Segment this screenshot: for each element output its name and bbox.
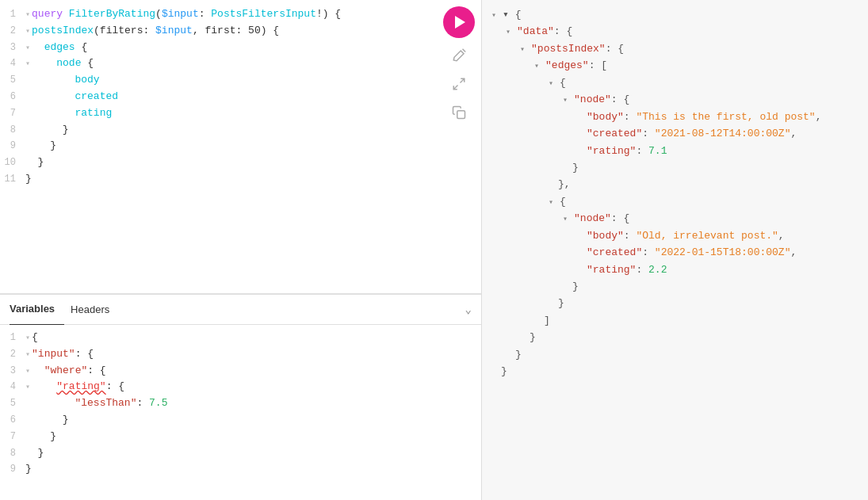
code-token: : {	[106, 379, 124, 395]
code-line: 6 created	[0, 89, 481, 105]
collapse-triangle[interactable]: ▾	[25, 9, 30, 21]
json-token: ,	[790, 244, 797, 261]
code-token: edges	[44, 40, 75, 56]
json-line: }	[491, 363, 858, 380]
tab-variables[interactable]: Variables	[10, 294, 64, 326]
collapse-triangle[interactable]: ▾	[25, 25, 30, 38]
json-token: : {	[611, 91, 629, 108]
collapse-triangle[interactable]: ▾	[25, 381, 30, 394]
line-number: 7	[0, 429, 25, 445]
line-number: 5	[0, 396, 25, 411]
json-line: }	[491, 159, 858, 176]
json-token: }	[572, 159, 579, 176]
json-collapse-triangle[interactable]: ▾	[534, 60, 544, 74]
code-token: "input"	[32, 346, 75, 363]
json-line: }	[491, 278, 858, 295]
json-token: 7.1	[648, 143, 667, 159]
toolbar	[443, 6, 475, 124]
json-token: }	[572, 278, 579, 295]
code-line: 5 "lessThan": 7.5	[0, 395, 481, 412]
code-line: 8 }	[0, 445, 481, 462]
json-token: "Old, irrelevant post."	[636, 227, 778, 244]
code-line: 2▾"input": {	[0, 346, 481, 363]
json-token: "postsIndex"	[531, 40, 606, 57]
json-token: "node"	[574, 210, 611, 227]
code-token: , first: 50) {	[193, 23, 279, 40]
json-token: ▾ {	[503, 6, 521, 23]
tab-headers[interactable]: Headers	[71, 295, 119, 325]
indent	[25, 429, 50, 445]
json-collapse-triangle[interactable]: ▾	[520, 44, 530, 57]
variables-code-block: 1▾{2▾"input": {3▾ "where": {4▾ "rating":…	[0, 330, 481, 478]
code-token: $input	[162, 6, 199, 23]
indent	[25, 122, 63, 139]
copy-icon[interactable]	[448, 101, 470, 124]
json-line: ▾ "edges": [	[491, 57, 858, 74]
var-tabs-bar: Variables Headers ⌄	[0, 295, 481, 325]
code-line: 5 body	[0, 72, 481, 89]
code-line: 6 }	[0, 412, 481, 429]
code-token: {	[32, 330, 38, 346]
code-token: "where"	[44, 363, 88, 380]
json-token: "This is the first, old post"	[636, 109, 815, 125]
json-token: "body"	[587, 109, 624, 125]
run-button[interactable]	[443, 6, 475, 38]
chevron-down-icon[interactable]: ⌄	[465, 303, 472, 316]
line-number: 7	[0, 106, 25, 121]
json-token: {	[560, 193, 566, 210]
code-token: : {	[75, 346, 94, 363]
query-code-block: 1▾query FilterByRating($input: PostsFilt…	[0, 6, 481, 188]
line-number: 6	[0, 413, 25, 428]
json-collapse-triangle[interactable]: ▾	[491, 10, 501, 23]
code-line: 4▾ "rating": {	[0, 379, 481, 395]
line-number: 6	[0, 90, 25, 105]
code-token: (	[155, 6, 162, 23]
json-line: }	[491, 295, 858, 311]
code-token: }	[38, 155, 44, 171]
code-token: :	[136, 395, 149, 412]
json-token: }	[501, 363, 507, 380]
code-line: 3▾ edges {	[0, 40, 481, 56]
indent	[25, 395, 75, 412]
collapse-triangle[interactable]: ▾	[25, 42, 30, 55]
code-token: {	[75, 40, 88, 56]
variables-editor: 1▾{2▾"input": {3▾ "where": {4▾ "rating":…	[0, 325, 481, 500]
indent	[25, 138, 50, 155]
json-token: "rating"	[587, 143, 636, 159]
collapse-triangle[interactable]: ▾	[25, 349, 30, 361]
json-line: ]	[491, 312, 858, 329]
collapse-triangle[interactable]: ▾	[25, 332, 30, 345]
code-line: 7 }	[0, 429, 481, 445]
wand-icon[interactable]	[448, 44, 470, 67]
json-token: }	[558, 295, 564, 311]
code-line: 1▾query FilterByRating($input: PostsFilt…	[0, 6, 481, 23]
code-token: body	[75, 72, 99, 89]
line-number: 1	[0, 330, 25, 345]
query-editor: 1▾query FilterByRating($input: PostsFilt…	[0, 0, 481, 294]
indent	[25, 89, 75, 105]
collapse-triangle[interactable]: ▾	[25, 58, 30, 71]
json-collapse-triangle[interactable]: ▾	[506, 26, 515, 40]
code-token: }	[25, 171, 32, 188]
json-collapse-triangle[interactable]: ▾	[549, 78, 558, 91]
json-token: "2021-08-12T14:00:00Z"	[655, 125, 791, 142]
expand-icon[interactable]	[448, 73, 470, 95]
json-token: : {	[554, 23, 572, 40]
json-token: ]	[544, 312, 550, 329]
json-token: :	[642, 125, 655, 142]
json-collapse-triangle[interactable]: ▾	[563, 213, 572, 227]
json-token: "data"	[517, 23, 554, 40]
collapse-triangle[interactable]: ▾	[25, 365, 30, 378]
code-token: (filters:	[94, 23, 155, 40]
json-collapse-triangle[interactable]: ▾	[549, 197, 558, 210]
json-collapse-triangle[interactable]: ▾	[563, 94, 572, 108]
json-line: "body": "This is the first, old post",	[491, 109, 858, 125]
code-token: PostsFiltersInput	[211, 6, 316, 23]
json-token: :	[624, 109, 637, 125]
indent	[25, 155, 38, 171]
line-number: 4	[0, 56, 25, 71]
json-token: : {	[611, 210, 629, 227]
code-token: }	[50, 429, 56, 445]
right-panel: ▾ ▾ {▾ "data": {▾ "postsIndex": {▾ "edge…	[482, 0, 868, 500]
json-token: :	[642, 244, 655, 261]
